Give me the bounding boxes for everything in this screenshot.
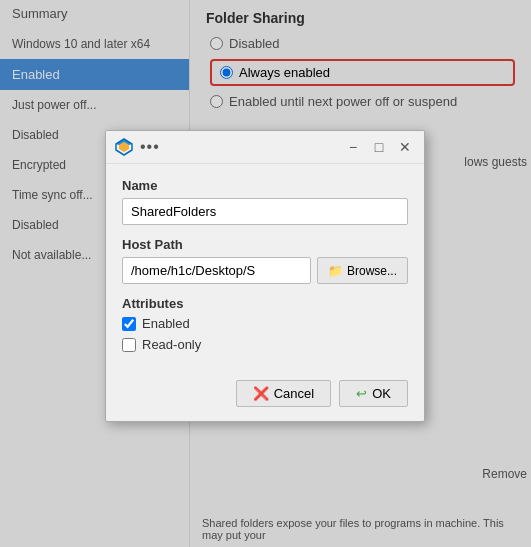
browse-label: Browse...: [347, 264, 397, 278]
readonly-checkbox-row: Read-only: [122, 337, 408, 352]
ok-label: OK: [372, 386, 391, 401]
ok-icon: ↩: [356, 386, 367, 401]
dialog-menu-dots[interactable]: •••: [140, 138, 336, 156]
dialog-close-button[interactable]: ✕: [394, 138, 416, 156]
cancel-label: Cancel: [274, 386, 314, 401]
enabled-checkbox-label: Enabled: [142, 316, 190, 331]
dialog-titlebar: ••• − □ ✕: [106, 131, 424, 164]
shared-folder-dialog: ••• − □ ✕ Name Host Path 📁 Browse... Att…: [105, 130, 425, 422]
host-path-row: 📁 Browse...: [122, 257, 408, 284]
name-label: Name: [122, 178, 408, 193]
dialog-minimize-button[interactable]: −: [342, 138, 364, 156]
attributes-label: Attributes: [122, 296, 408, 311]
attributes-section: Attributes Enabled Read-only: [122, 296, 408, 352]
readonly-checkbox-label: Read-only: [142, 337, 201, 352]
browse-icon: 📁: [328, 264, 343, 278]
ok-button[interactable]: ↩ OK: [339, 380, 408, 407]
dialog-window-controls: − □ ✕: [342, 138, 416, 156]
host-path-label: Host Path: [122, 237, 408, 252]
host-path-input[interactable]: [122, 257, 311, 284]
cancel-icon: ❌: [253, 386, 269, 401]
dialog-maximize-button[interactable]: □: [368, 138, 390, 156]
readonly-checkbox[interactable]: [122, 338, 136, 352]
dialog-body: Name Host Path 📁 Browse... Attributes En…: [106, 164, 424, 380]
virtualbox-logo-icon: [114, 137, 134, 157]
enabled-checkbox[interactable]: [122, 317, 136, 331]
cancel-button[interactable]: ❌ Cancel: [236, 380, 331, 407]
browse-button[interactable]: 📁 Browse...: [317, 257, 408, 284]
name-input[interactable]: [122, 198, 408, 225]
dialog-footer: ❌ Cancel ↩ OK: [106, 380, 424, 421]
enabled-checkbox-row: Enabled: [122, 316, 408, 331]
